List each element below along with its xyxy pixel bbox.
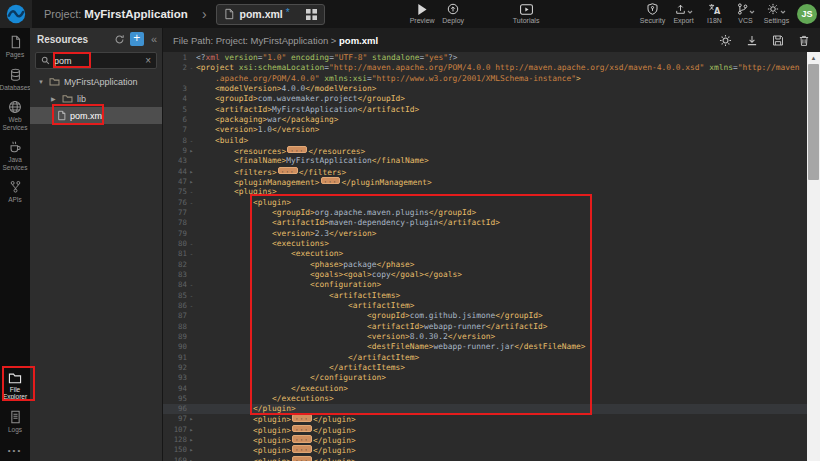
code-line[interactable]: 1<?xml version="1.0" encoding="UTF-8" st… [163, 53, 807, 63]
security-button[interactable]: Security [637, 4, 668, 24]
code-line[interactable]: 76- <plugin> [163, 198, 807, 208]
refresh-button[interactable] [114, 34, 125, 45]
code-line[interactable]: 85- <artifactItems> [163, 291, 807, 301]
code-line[interactable]: 87 <groupId>com.github.jsimone</groupId> [163, 311, 807, 321]
tab-pom-xml[interactable]: pom.xml * [216, 4, 325, 25]
collapse-panel-button[interactable]: « [149, 33, 159, 45]
code-line[interactable]: 8- <build> [163, 136, 807, 146]
settings-button[interactable]: Settings [761, 4, 792, 24]
fold-marker[interactable]: - [187, 291, 196, 301]
vertical-scrollbar[interactable]: ▲ [807, 52, 820, 461]
add-resource-button[interactable]: + [130, 32, 144, 46]
fold-marker[interactable]: ▸ [187, 414, 196, 424]
code-line[interactable]: 47▸ <pluginManagement>···</pluginManagem… [163, 177, 807, 187]
code-line[interactable]: .apache.org/POM/4.0.0" xmlns:xsi="http:/… [163, 74, 807, 84]
fold-marker[interactable]: - [187, 136, 196, 146]
code-line[interactable]: 77 <groupId>org.apache.maven.plugins</gr… [163, 208, 807, 218]
collapsed-code-marker[interactable]: ··· [292, 456, 312, 461]
code-line[interactable]: 94 </execution> [163, 384, 807, 394]
sidebar-item-java-services[interactable]: Java Services [0, 140, 30, 171]
layout-grid-icon[interactable] [306, 9, 317, 20]
code-line[interactable]: 81- <execution> [163, 249, 807, 259]
code-line[interactable]: 150▸ <plugin>···</plugin> [163, 445, 807, 455]
fold-marker[interactable]: - [187, 63, 196, 73]
code-line[interactable]: 89 <version>8.0.30.2</version> [163, 332, 807, 342]
search-input[interactable] [54, 56, 141, 66]
deploy-button[interactable]: Deploy [438, 4, 469, 24]
fold-marker[interactable]: - [187, 301, 196, 311]
preview-button[interactable]: Preview [407, 4, 438, 24]
code-line[interactable]: 92 </artifactItems> [163, 363, 807, 373]
code-line[interactable]: 78 <artifactId>maven-dependency-plugin</… [163, 218, 807, 228]
code-line[interactable]: 88 <artifactId>webapp-runner</artifactId… [163, 322, 807, 332]
collapsed-code-marker[interactable]: ··· [292, 435, 312, 443]
code-line[interactable]: 7 <version>1.0</version> [163, 125, 807, 135]
fold-marker[interactable]: ▸ [187, 445, 196, 455]
sidebar-item-apis[interactable]: APIs [0, 180, 30, 204]
code-line[interactable]: 84- <configuration> [163, 280, 807, 290]
code-line[interactable]: 3 <modelVersion>4.0.0</modelVersion> [163, 84, 807, 94]
sidebar-item-file-explorer[interactable]: File Explorer [0, 372, 30, 401]
code-line[interactable]: 6 <packaging>war</packaging> [163, 115, 807, 125]
scrollbar-thumb[interactable] [808, 64, 819, 180]
code-line[interactable]: 128▸ <plugin>···</plugin> [163, 435, 807, 445]
code-line[interactable]: 169▸ <plugin>···</plugin> [163, 456, 807, 461]
fold-marker[interactable]: ▸ [187, 456, 196, 461]
code-line[interactable]: 2-<project xsi:schemaLocation="http://ma… [163, 63, 807, 73]
code-line[interactable]: 79 <version>2.3</version> [163, 229, 807, 239]
wavemaker-logo[interactable] [0, 0, 32, 28]
code-line[interactable]: 86- <artifactItem> [163, 301, 807, 311]
save-file-button[interactable] [772, 34, 784, 47]
clear-search-icon[interactable]: × [145, 56, 151, 66]
fold-marker[interactable]: - [187, 249, 196, 259]
collapsed-code-marker[interactable]: ··· [292, 425, 312, 433]
code-line[interactable]: 83 <goals><goal>copy</goal></goals> [163, 270, 807, 280]
code-line[interactable]: 75- <plugins> [163, 187, 807, 197]
code-line[interactable]: 93 </configuration> [163, 373, 807, 383]
caret-right-icon[interactable]: ▶ [51, 95, 58, 102]
collapsed-code-marker[interactable]: ··· [321, 177, 341, 185]
sidebar-more-button[interactable]: ••• [8, 442, 22, 461]
fold-marker[interactable]: - [187, 280, 196, 290]
code-line[interactable]: 43 <finalName>MyFirstApplication</finalN… [163, 156, 807, 166]
user-avatar[interactable]: JS [797, 4, 817, 24]
scroll-up-arrow[interactable]: ▲ [807, 52, 820, 64]
code-line[interactable]: 97▸ <plugin>···</plugin> [163, 414, 807, 424]
code-line[interactable]: 82 <phase>package</phase> [163, 260, 807, 270]
code-line[interactable]: 91 </artifactItem> [163, 353, 807, 363]
tree-item-lib[interactable]: ▶ lib [30, 90, 162, 107]
sidebar-item-logs[interactable]: Logs [0, 410, 30, 434]
caret-down-icon[interactable]: ▼ [38, 79, 45, 85]
collapsed-code-marker[interactable]: ··· [292, 445, 312, 453]
export-button[interactable]: Export [668, 4, 699, 24]
fold-marker[interactable]: - [187, 198, 196, 208]
code-line[interactable]: 80- <executions> [163, 239, 807, 249]
collapsed-code-marker[interactable]: ··· [278, 167, 298, 175]
code-line[interactable]: 96 </plugin> [163, 404, 807, 414]
fold-marker[interactable]: ▸ [187, 146, 196, 156]
code-line[interactable]: 90 <destFileName>webapp-runner.jar</dest… [163, 342, 807, 352]
fold-marker[interactable]: - [187, 239, 196, 249]
delete-file-button[interactable] [798, 34, 810, 47]
sidebar-item-databases[interactable]: Databases [0, 68, 30, 92]
fold-marker[interactable]: ▸ [187, 167, 196, 177]
fold-marker[interactable]: ▸ [187, 435, 196, 445]
collapsed-code-marker[interactable]: ··· [292, 414, 312, 422]
code-line[interactable]: 95 </executions> [163, 394, 807, 404]
code-line[interactable]: 44▸ <filters>···</filters> [163, 167, 807, 177]
i18n-button[interactable]: A I18N [699, 4, 730, 24]
tutorials-button[interactable]: Tutorials [511, 4, 542, 24]
sidebar-item-pages[interactable]: Pages [0, 35, 30, 59]
fold-marker[interactable]: - [187, 187, 196, 197]
download-file-button[interactable] [746, 34, 758, 47]
code-line[interactable]: 5 <artifactId>MyFirstApplication</artifa… [163, 105, 807, 115]
code-line[interactable]: 107▸ <plugin>···</plugin> [163, 425, 807, 435]
fold-marker[interactable]: ▸ [187, 425, 196, 435]
sidebar-item-web-services[interactable]: Web Services [0, 100, 30, 131]
code-line[interactable]: 4 <groupId>com.wavemaker.project</groupI… [163, 94, 807, 104]
collapsed-code-marker[interactable]: ··· [287, 146, 307, 154]
fold-marker[interactable]: ▸ [187, 177, 196, 187]
tree-item-pom-xml[interactable]: pom.xml [30, 107, 162, 124]
editor-settings-button[interactable] [719, 34, 732, 47]
code-area[interactable]: 1<?xml version="1.0" encoding="UTF-8" st… [163, 52, 807, 461]
